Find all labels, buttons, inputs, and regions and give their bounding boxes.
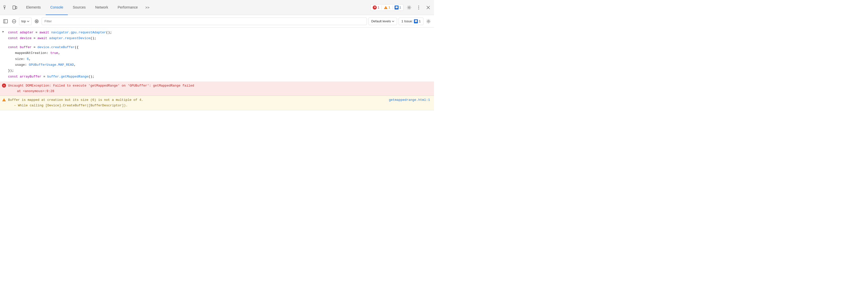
sidebar-toggle-icon[interactable] xyxy=(2,18,9,25)
error-badge: ✕ 1 xyxy=(373,5,379,9)
issue-message-icon: 💬 xyxy=(414,19,418,23)
svg-text:!: ! xyxy=(3,99,4,102)
console-line-2: const device = await adapter.requestDevi… xyxy=(8,35,432,41)
settings-icon[interactable] xyxy=(405,4,413,11)
svg-point-18 xyxy=(36,21,37,22)
svg-point-9 xyxy=(418,7,419,8)
svg-rect-0 xyxy=(4,5,5,7)
tabs-container: Elements Console Sources Network Perform… xyxy=(22,0,370,15)
info-badge: 💬 1 xyxy=(395,5,401,9)
message-icon: 💬 xyxy=(395,5,399,9)
svg-rect-3 xyxy=(13,6,15,9)
inspect-icon[interactable] xyxy=(2,4,9,11)
device-toggle-icon[interactable] xyxy=(11,4,19,11)
console-line-1: const adapter = await navigator.gpu.requ… xyxy=(8,30,432,35)
live-expression-icon[interactable] xyxy=(33,18,40,25)
tab-sources[interactable]: Sources xyxy=(68,0,90,15)
more-options-icon[interactable] xyxy=(415,4,423,11)
toolbar-right: Default levels 1 Issue: 💬 1 xyxy=(368,18,432,25)
svg-rect-13 xyxy=(3,20,7,23)
error-entry: ✕ Uncaught DOMException: Failed to execu… xyxy=(0,81,434,96)
svg-text:✕: ✕ xyxy=(3,84,5,87)
levels-chevron-icon xyxy=(392,21,394,22)
devtools-icons xyxy=(2,4,19,11)
error-location: at <anonymous>:9:28 xyxy=(8,89,432,94)
tab-elements[interactable]: Elements xyxy=(22,0,45,15)
warning-entry: ! Buffer is mapped at creation but its s… xyxy=(0,96,434,110)
error-badge-group[interactable]: ✕ 1 ! 1 💬 1 xyxy=(370,4,403,11)
warning-message-line1: Buffer is mapped at creation but its siz… xyxy=(8,97,432,103)
console-output: ▶ const adapter = await navigator.gpu.re… xyxy=(0,28,434,110)
context-selector[interactable]: top xyxy=(19,18,32,25)
console-toolbar: top Default levels 1 Issue: 💬 1 xyxy=(0,15,434,28)
warning-badge: ! 1 xyxy=(384,5,390,9)
issues-button[interactable]: 1 Issue: 💬 1 xyxy=(399,18,424,25)
chevron-down-icon xyxy=(27,21,29,22)
console-line-6: usage: GPUBufferUsage.MAP_READ, xyxy=(8,62,432,68)
tab-bar: Elements Console Sources Network Perform… xyxy=(0,0,434,15)
console-line-4: mappedAtCreation: true, xyxy=(8,50,432,56)
console-line-5: size: 6, xyxy=(8,56,432,62)
close-icon[interactable] xyxy=(425,4,432,11)
warning-triangle-icon: ! xyxy=(384,6,388,9)
tab-more[interactable]: >> xyxy=(143,3,152,11)
error-message: Uncaught DOMException: Failed to execute… xyxy=(8,83,432,89)
svg-rect-4 xyxy=(16,6,17,9)
tab-performance[interactable]: Performance xyxy=(113,0,142,15)
code-entry: ▶ const adapter = await navigator.gpu.re… xyxy=(0,28,434,81)
log-levels-button[interactable]: Default levels xyxy=(368,18,397,25)
filter-input[interactable] xyxy=(42,18,367,25)
svg-point-7 xyxy=(408,7,410,8)
clear-icon[interactable] xyxy=(10,18,18,25)
svg-point-19 xyxy=(428,21,429,22)
badge-divider-2 xyxy=(392,5,393,9)
console-line-3: const buffer = device.createBuffer({ xyxy=(8,44,432,50)
console-settings-icon[interactable] xyxy=(425,18,432,25)
svg-point-10 xyxy=(418,8,419,9)
error-circle-icon: ✕ xyxy=(2,83,6,88)
console-line-7: }); xyxy=(8,68,432,73)
warning-source-link[interactable]: getmappedrange.html:1 xyxy=(389,97,430,103)
badge-divider-1 xyxy=(381,5,382,9)
tab-bar-right: ✕ 1 ! 1 💬 1 xyxy=(370,4,432,11)
console-line-8: const arrayBuffer = buffer.getMappedRang… xyxy=(8,74,432,79)
error-icon: ✕ xyxy=(373,5,377,9)
svg-point-8 xyxy=(418,5,419,6)
warning-message-line2: - While calling [Device].CreateBuffer([B… xyxy=(8,103,432,108)
tab-console[interactable]: Console xyxy=(46,0,68,15)
svg-text:!: ! xyxy=(385,7,386,9)
warning-triangle-icon: ! xyxy=(2,98,6,102)
tab-network[interactable]: Network xyxy=(91,0,113,15)
expand-arrow[interactable]: ▶ xyxy=(2,30,4,34)
